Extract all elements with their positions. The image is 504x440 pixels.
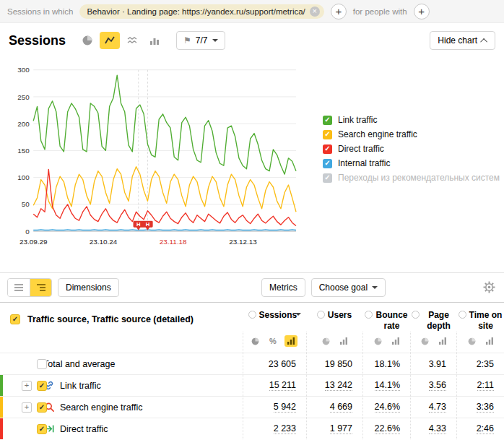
bars-view-icon[interactable]: [284, 335, 297, 347]
flag-icon: ⚑: [183, 35, 191, 46]
chart-legend: Link traffic Search engine traffic Direc…: [323, 115, 500, 265]
page-title: Sessions: [9, 33, 66, 48]
row-controls: +: [0, 397, 42, 418]
row-label: Total and average: [43, 359, 115, 369]
tree-view-icon[interactable]: [30, 279, 51, 296]
row-label[interactable]: Search engine traffic: [60, 402, 142, 413]
close-icon[interactable]: ×: [310, 7, 320, 17]
row-controls: +: [0, 375, 42, 396]
legend-checkbox[interactable]: [323, 116, 332, 125]
column-header-page-depth[interactable]: Page depth: [410, 303, 456, 332]
table-row-search-engine-traffic: + Search engine traffic 5 942 4 669 24.6…: [0, 396, 504, 418]
dimensions-button[interactable]: Dimensions: [58, 278, 119, 297]
table-row-link-traffic: + Link traffic 15 211 13 242 14.1% 3.56 …: [0, 374, 504, 396]
flat-list-view-icon[interactable]: [8, 279, 30, 296]
page-depth-display-options: [410, 332, 456, 353]
users-value: 19 850: [306, 353, 362, 374]
hide-chart-label: Hide chart: [438, 35, 477, 46]
time-on-site-value: 2:11: [456, 375, 504, 396]
metric-display-options-row: %: [0, 332, 504, 353]
stacked-lines-icon[interactable]: [122, 32, 142, 49]
svg-text:23.11.18: 23.11.18: [160, 238, 187, 246]
page-depth-value: 4.73: [410, 397, 456, 418]
row-label[interactable]: Direct traffic: [60, 424, 108, 434]
legend-label: Internal traffic: [338, 158, 390, 168]
row-label[interactable]: Link traffic: [60, 381, 101, 391]
time-on-site-value: 3:36: [456, 397, 504, 418]
info-icon[interactable]: [317, 311, 325, 319]
bar-chart-icon[interactable]: [144, 32, 165, 49]
pie-view-icon[interactable]: [465, 335, 478, 347]
expand-button[interactable]: +: [22, 402, 32, 413]
bounce-rate-display-options: [362, 332, 410, 353]
row-checkbox[interactable]: [37, 359, 47, 369]
add-session-filter-button[interactable]: +: [331, 4, 347, 20]
row-checkbox[interactable]: [37, 402, 47, 413]
legend-label: Direct traffic: [338, 144, 384, 154]
row-checkbox[interactable]: [37, 424, 47, 434]
info-icon[interactable]: [412, 311, 420, 319]
info-icon[interactable]: [459, 311, 466, 319]
legend-label: Link traffic: [338, 115, 377, 125]
chart-section: 05010015020025030023.09.2923.10.2423.11.…: [0, 51, 504, 272]
page-depth-value: 3.56: [410, 375, 456, 396]
legend-checkbox[interactable]: [323, 159, 332, 168]
bars-view-icon[interactable]: [389, 335, 402, 347]
choose-goal-dropdown[interactable]: Choose goal: [311, 278, 386, 297]
percent-view-icon[interactable]: %: [266, 335, 279, 347]
column-header-sessions[interactable]: Sessions: [243, 303, 306, 332]
metrics-button[interactable]: Metrics: [261, 278, 305, 297]
legend-item-direct-traffic[interactable]: Direct traffic: [323, 144, 500, 154]
choose-goal-label: Choose goal: [319, 282, 368, 293]
legend-checkbox[interactable]: [323, 144, 332, 154]
goal-segments-dropdown[interactable]: ⚑ 7/7: [176, 31, 225, 50]
legend-checkbox[interactable]: [323, 130, 332, 139]
pie-view-icon[interactable]: [248, 335, 261, 347]
group-header-cell: Traffic source, Traffic source (detailed…: [0, 303, 243, 332]
legend-item-link-traffic[interactable]: Link traffic: [323, 115, 500, 125]
add-people-filter-button[interactable]: +: [414, 4, 430, 20]
info-icon[interactable]: [365, 311, 373, 319]
view-mode-switcher: [7, 278, 52, 297]
svg-text:50: 50: [22, 200, 30, 208]
legend-label: Переходы из рекомендательных систем: [338, 173, 500, 183]
svg-text:23.09.29: 23.09.29: [19, 238, 48, 246]
pie-view-icon[interactable]: [371, 335, 384, 347]
legend-item-internal-traffic[interactable]: Internal traffic: [323, 158, 500, 168]
svg-text:200: 200: [17, 120, 30, 128]
dimensions-label: Dimensions: [66, 282, 111, 293]
svg-text:Н: Н: [146, 221, 150, 228]
svg-text:23.12.13: 23.12.13: [229, 238, 257, 246]
svg-text:150: 150: [17, 147, 30, 155]
legend-label: Search engine traffic: [338, 129, 417, 139]
info-icon[interactable]: [248, 311, 256, 319]
legend-checkbox[interactable]: [323, 173, 332, 183]
hide-chart-button[interactable]: Hide chart: [430, 31, 495, 50]
legend-item-recommendation-systems[interactable]: Переходы из рекомендательных систем: [323, 173, 500, 183]
pie-chart-icon[interactable]: [77, 32, 97, 49]
bars-view-icon[interactable]: [436, 335, 449, 347]
bars-view-icon[interactable]: [483, 335, 496, 347]
pie-view-icon[interactable]: [418, 335, 431, 347]
row-checkbox[interactable]: [37, 381, 47, 391]
filter-chip[interactable]: Behavior · Landing page: https://yandex.…: [79, 4, 323, 19]
gear-icon[interactable]: [483, 281, 495, 296]
filter-bar: Sessions in which Behavior · Landing pag…: [0, 0, 504, 23]
sessions-line-chart[interactable]: 05010015020025030023.09.2923.10.2423.11.…: [9, 54, 303, 265]
row-color-strip: [0, 353, 3, 374]
filter-suffix-label: for people with: [353, 7, 407, 16]
column-header-time-on-site[interactable]: Time on site: [456, 303, 504, 332]
group-header-label: Traffic source, Traffic source (detailed…: [27, 314, 194, 324]
row-controls: [0, 353, 42, 374]
column-header-bounce-rate[interactable]: Bounce rate: [362, 303, 410, 332]
row-color-strip: [0, 397, 3, 418]
column-header-users[interactable]: Users: [306, 303, 362, 332]
legend-item-search-engine-traffic[interactable]: Search engine traffic: [323, 129, 500, 139]
expand-button[interactable]: +: [22, 381, 32, 391]
select-all-checkbox[interactable]: [10, 314, 20, 324]
pie-view-icon[interactable]: [319, 335, 332, 347]
line-chart-icon[interactable]: [100, 32, 120, 49]
bars-view-icon[interactable]: [337, 335, 350, 347]
users-value: 13 242: [306, 375, 362, 396]
sessions-value: 5 942: [243, 397, 306, 418]
